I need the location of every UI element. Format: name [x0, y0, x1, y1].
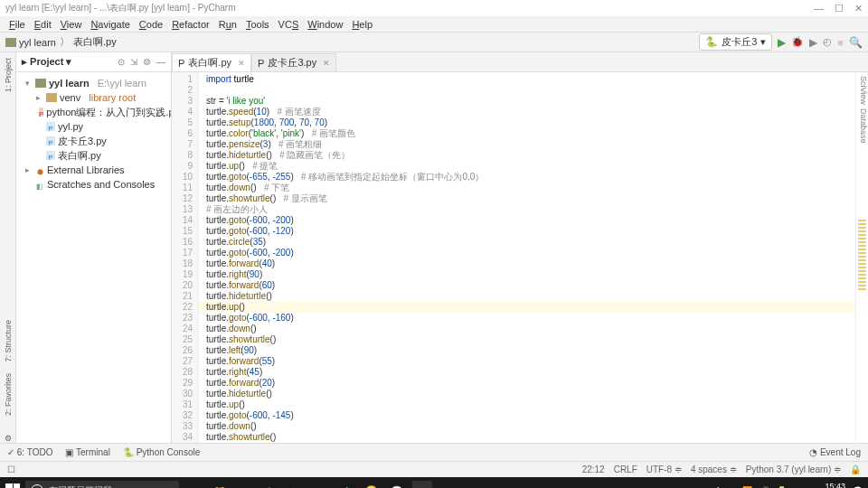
- menu-help[interactable]: Help: [348, 18, 376, 31]
- start-button[interactable]: [5, 483, 20, 488]
- taskbar-search[interactable]: 有问题尽管问我: [25, 481, 179, 488]
- taskbar-app2[interactable]: ✱: [336, 481, 356, 488]
- tab-file-1[interactable]: P表白啊.py✕: [172, 53, 251, 71]
- window-title: yyl learn [E:\yyl learn] - ...\表白啊.py [y…: [5, 2, 236, 14]
- debug-button[interactable]: 🐞: [791, 36, 804, 48]
- python-icon: 🐍: [705, 36, 718, 48]
- menu-view[interactable]: View: [57, 18, 86, 31]
- bottom-toolbar: ✓ 6: TODO ▣ Terminal 🐍 Python Console ◔ …: [0, 443, 868, 461]
- status-encoding[interactable]: UTF-8 ≑: [646, 465, 682, 474]
- windows-taskbar: 有问题尽管问我 ⊞ 📁 e 🗀 🛍 ✉ ✱ 🟡 💬 PC ˄ M 📶 🔊 🔋 ☁…: [0, 477, 868, 488]
- project-panel: ▸ Project ▾ ⊙ ⇲ ⚙ ― ▾yyl learn E:\yyl le…: [16, 52, 172, 443]
- maximize-icon[interactable]: ☐: [835, 3, 844, 14]
- menu-vcs[interactable]: VCS: [275, 18, 303, 31]
- line-gutter[interactable]: 1234567891011121314151617181920212223242…: [172, 72, 199, 443]
- chevron-down-icon: ▾: [760, 36, 766, 48]
- scroll-from-source-icon[interactable]: ⊙: [118, 57, 125, 67]
- close-tab-icon[interactable]: ✕: [323, 59, 330, 68]
- rail-structure[interactable]: 7: Structure: [4, 320, 13, 362]
- right-marker-rail[interactable]: SciView Database: [855, 72, 868, 443]
- menu-refactor[interactable]: Refactor: [168, 18, 213, 31]
- window-titlebar: yyl learn [E:\yyl learn] - ...\表白啊.py [y…: [0, 0, 868, 16]
- left-tool-rail: 1: Project 7: Structure 2: Favorites ⚙: [0, 52, 16, 443]
- minimize-icon[interactable]: ―: [814, 3, 824, 14]
- lock-icon[interactable]: 🔒: [850, 465, 861, 474]
- run-config-selector[interactable]: 🐍 皮卡丘3 ▾: [699, 33, 772, 51]
- status-interpreter[interactable]: Python 3.7 (yyl learn) ≑: [746, 465, 841, 474]
- tree-py1[interactable]: Pyyl.py: [18, 119, 169, 134]
- menu-window[interactable]: Window: [304, 18, 346, 31]
- menu-navigate[interactable]: Navigate: [87, 18, 133, 31]
- gear-icon[interactable]: ⚙: [143, 57, 151, 67]
- folder-icon: [5, 38, 16, 47]
- tree-scratches[interactable]: ◧Scratches and Consoles: [18, 177, 169, 192]
- tree-root[interactable]: ▾yyl learn E:\yyl learn: [18, 76, 169, 90]
- breadcrumb-file[interactable]: 表白啊.py: [73, 35, 117, 49]
- editor-tabs: P表白啊.py✕ P皮卡丘3.py✕: [172, 52, 868, 72]
- taskbar-store[interactable]: 🛍: [286, 481, 306, 488]
- rail-project[interactable]: 1: Project: [4, 58, 13, 92]
- editor-area: P表白啊.py✕ P皮卡丘3.py✕ 123456789101112131415…: [172, 52, 868, 443]
- tool-python-console[interactable]: 🐍 Python Console: [123, 447, 200, 457]
- close-icon[interactable]: ✕: [854, 3, 863, 14]
- menu-code[interactable]: Code: [136, 18, 166, 31]
- taskbar-clock[interactable]: 15:432021/7/28: [809, 482, 845, 488]
- run-coverage-button[interactable]: ▶: [809, 36, 817, 49]
- code-editor[interactable]: import turtle str = 'i like you'turtle.s…: [199, 72, 855, 443]
- project-tree[interactable]: ▾yyl learn E:\yyl learn ▸venv library ro…: [16, 72, 171, 443]
- status-info-icon[interactable]: ☐: [7, 465, 15, 474]
- tool-todo[interactable]: ✓ 6: TODO: [7, 447, 52, 457]
- taskbar-edge[interactable]: e: [235, 481, 255, 488]
- collapse-all-icon[interactable]: ⇲: [130, 57, 137, 67]
- status-bar: ☐ 22:12 CRLF UTF-8 ≑ 4 spaces ≑ Python 3…: [0, 461, 868, 477]
- tree-py3[interactable]: P表白啊.py: [18, 148, 169, 163]
- search-everywhere-icon[interactable]: 🔍: [849, 36, 863, 49]
- profiler-button[interactable]: ◴: [823, 36, 832, 48]
- stop-button[interactable]: ■: [837, 37, 844, 48]
- run-button[interactable]: ▶: [778, 36, 786, 49]
- task-view-icon[interactable]: ⊞: [184, 481, 204, 488]
- taskbar-mail[interactable]: ✉: [311, 481, 331, 488]
- breadcrumb-root[interactable]: yyl learn: [19, 37, 56, 48]
- cortana-icon: [31, 484, 43, 488]
- status-indent[interactable]: 4 spaces ≑: [691, 465, 737, 474]
- status-line-sep[interactable]: CRLF: [614, 465, 637, 474]
- tree-external-libs[interactable]: ▸⬢External Libraries: [18, 163, 169, 177]
- rail-sciview[interactable]: SciView: [856, 76, 868, 105]
- taskbar-wechat[interactable]: 💬: [387, 481, 407, 488]
- close-tab-icon[interactable]: ✕: [238, 59, 245, 68]
- menu-tools[interactable]: Tools: [242, 18, 273, 31]
- taskbar-chrome[interactable]: 🟡: [362, 481, 382, 488]
- menu-edit[interactable]: Edit: [31, 18, 55, 31]
- taskbar-explorer[interactable]: 🗀: [260, 481, 280, 488]
- rail-favorites[interactable]: 2: Favorites: [4, 373, 13, 416]
- tree-venv[interactable]: ▸venv library root: [18, 90, 169, 105]
- tab-file-2[interactable]: P皮卡丘3.py✕: [251, 53, 336, 71]
- taskbar-pycharm[interactable]: PC: [412, 481, 432, 488]
- menubar: File Edit View Navigate Code Refactor Ru…: [0, 16, 868, 33]
- taskbar-app[interactable]: 📁: [210, 481, 230, 488]
- menu-file[interactable]: File: [5, 18, 29, 31]
- hide-panel-icon[interactable]: ―: [156, 57, 165, 67]
- tool-event-log[interactable]: ◔ Event Log: [809, 447, 861, 457]
- project-view-select[interactable]: ▸ Project ▾: [22, 56, 71, 68]
- menu-run[interactable]: Run: [215, 18, 241, 31]
- status-caret-pos[interactable]: 22:12: [582, 465, 605, 474]
- tree-py2[interactable]: P皮卡丘3.py: [18, 134, 169, 148]
- tree-pdf[interactable]: Ppython编程：从入门到实践.pdf: [18, 105, 169, 119]
- settings-icon[interactable]: ⚙: [5, 434, 12, 443]
- breadcrumb-bar: yyl learn 〉 表白啊.py 🐍 皮卡丘3 ▾ ▶ 🐞 ▶ ◴ ■ 🔍: [0, 33, 868, 52]
- rail-database[interactable]: Database: [856, 108, 868, 144]
- tool-terminal[interactable]: ▣ Terminal: [65, 447, 109, 457]
